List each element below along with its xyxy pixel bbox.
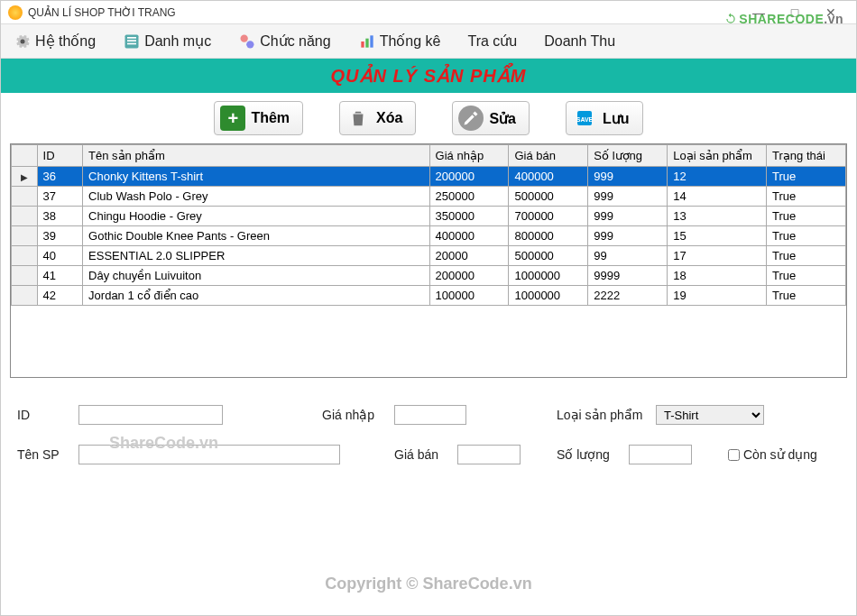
cell-ten[interactable]: Club Wash Polo - Grey (83, 187, 430, 207)
cell-loai[interactable]: 19 (668, 286, 767, 306)
table-row[interactable]: 42Jordan 1 cổ điển cao100000100000022221… (12, 286, 846, 306)
cell-id[interactable]: 36 (37, 167, 83, 187)
products-grid[interactable]: ID Tên sản phẩm Giá nhập Giá bán Số lượn… (10, 143, 847, 378)
brand-watermark: SHARECODE.vn (724, 12, 843, 28)
ten-field[interactable] (78, 445, 340, 464)
cell-gianhap[interactable]: 100000 (429, 286, 509, 306)
col-gianhap[interactable]: Giá nhập (429, 145, 509, 167)
col-ten[interactable]: Tên sản phẩm (83, 145, 430, 167)
menu-danhmuc[interactable]: Danh mục (117, 29, 217, 54)
cell-id[interactable]: 39 (37, 226, 83, 246)
cell-ten[interactable]: Dây chuyền Luivuiton (83, 266, 430, 286)
gianhap-field[interactable] (394, 405, 466, 425)
table-row[interactable]: 36Chonky Kittens T-shirt2000004000009991… (12, 167, 846, 187)
cell-soluong[interactable]: 999 (588, 226, 668, 246)
svg-rect-7 (361, 41, 364, 48)
cell-gianhap[interactable]: 350000 (429, 207, 509, 226)
cell-giaban[interactable]: 400000 (509, 167, 588, 187)
cell-loai[interactable]: 13 (668, 207, 767, 226)
svg-point-5 (241, 34, 248, 41)
cell-ten[interactable]: ESSENTIAL 2.0 SLIPPER (83, 246, 430, 266)
cell-soluong[interactable]: 99 (588, 246, 668, 266)
cell-ten[interactable]: Jordan 1 cổ điển cao (83, 286, 430, 306)
cell-gianhap[interactable]: 250000 (429, 187, 509, 207)
cell-soluong[interactable]: 999 (588, 167, 668, 187)
cell-trangthai[interactable]: True (767, 226, 846, 246)
table-row[interactable]: 39Gothic Double Knee Pants - Green400000… (12, 226, 846, 246)
cell-giaban[interactable]: 800000 (509, 226, 588, 246)
cell-trangthai[interactable]: True (767, 187, 846, 207)
cell-loai[interactable]: 14 (668, 187, 767, 207)
cell-ten[interactable]: Chingu Hoodie - Grey (83, 207, 430, 226)
plus-icon: + (220, 106, 245, 131)
active-checkbox[interactable] (728, 449, 740, 461)
table-row[interactable]: 37Club Wash Polo - Grey25000050000099914… (12, 187, 846, 207)
svg-rect-2 (127, 37, 136, 39)
cell-id[interactable]: 38 (37, 207, 83, 226)
cell-gianhap[interactable]: 200000 (429, 266, 509, 286)
cell-id[interactable]: 41 (37, 266, 83, 286)
col-loai[interactable]: Loại sản phẩm (668, 145, 767, 167)
col-soluong[interactable]: Số lượng (588, 145, 668, 167)
cell-id[interactable]: 37 (37, 187, 83, 207)
giaban-field[interactable] (457, 445, 521, 464)
trash-icon (346, 106, 371, 131)
cell-gianhap[interactable]: 200000 (429, 167, 509, 187)
cell-loai[interactable]: 15 (668, 226, 767, 246)
delete-button[interactable]: Xóa (339, 101, 416, 135)
page-banner: QUẢN LÝ SẢN PHẨM (1, 59, 856, 93)
cell-loai[interactable]: 18 (668, 266, 767, 286)
soluong-field[interactable] (629, 445, 692, 464)
id-field[interactable] (78, 405, 223, 425)
menu-thongke[interactable]: Thống kê (353, 29, 447, 54)
svg-rect-9 (370, 35, 373, 47)
row-indicator (12, 187, 38, 207)
loai-label: Loại sản phẩm (557, 408, 647, 422)
table-row[interactable]: 41Dây chuyền Luivuiton200000100000099991… (12, 266, 846, 286)
edit-form: ID Giá nhập Loại sản phẩm T-Shirt Tên SP… (1, 378, 856, 464)
cell-loai[interactable]: 12 (668, 167, 767, 187)
cell-trangthai[interactable]: True (767, 266, 846, 286)
col-giaban[interactable]: Giá bán (509, 145, 588, 167)
cell-trangthai[interactable]: True (767, 286, 846, 306)
cell-trangthai[interactable]: True (767, 167, 846, 187)
menu-doanhthu[interactable]: Doanh Thu (539, 30, 621, 53)
svg-rect-4 (127, 42, 136, 44)
menu-hethong[interactable]: Hệ thống (8, 29, 101, 54)
cell-trangthai[interactable]: True (767, 207, 846, 226)
cell-id[interactable]: 42 (37, 286, 83, 306)
cell-giaban[interactable]: 700000 (509, 207, 588, 226)
cell-ten[interactable]: Chonky Kittens T-shirt (83, 167, 430, 187)
action-toolbar: + Thêm Xóa Sửa SAVE Lưu (1, 93, 856, 143)
cell-giaban[interactable]: 500000 (509, 246, 588, 266)
cell-soluong[interactable]: 2222 (588, 286, 668, 306)
cell-gianhap[interactable]: 400000 (429, 226, 509, 246)
svg-text:SAVE: SAVE (576, 116, 594, 123)
cell-soluong[interactable]: 999 (588, 187, 668, 207)
cell-soluong[interactable]: 999 (588, 207, 668, 226)
svg-rect-8 (365, 38, 368, 47)
col-trangthai[interactable]: Trạng thái (767, 145, 846, 167)
cell-trangthai[interactable]: True (767, 246, 846, 266)
cell-ten[interactable]: Gothic Double Knee Pants - Green (83, 226, 430, 246)
cell-loai[interactable]: 17 (668, 246, 767, 266)
menu-chucnang[interactable]: Chức năng (233, 29, 336, 54)
add-button[interactable]: + Thêm (214, 101, 303, 135)
cell-giaban[interactable]: 500000 (509, 187, 588, 207)
cell-soluong[interactable]: 9999 (588, 266, 668, 286)
col-id[interactable]: ID (37, 145, 83, 167)
menu-tracuu[interactable]: Tra cứu (462, 29, 522, 53)
cell-gianhap[interactable]: 20000 (429, 246, 509, 266)
loai-select[interactable]: T-Shirt (656, 405, 764, 425)
save-button[interactable]: SAVE Lưu (566, 101, 643, 135)
table-row[interactable]: 38Chingu Hoodie - Grey35000070000099913T… (12, 207, 846, 226)
cell-id[interactable]: 40 (37, 246, 83, 266)
window-title: QUẢN LÍ SHOP THỜI TRANG (28, 6, 741, 19)
row-indicator (12, 246, 38, 266)
cell-giaban[interactable]: 1000000 (509, 266, 588, 286)
row-indicator (12, 266, 38, 286)
cell-giaban[interactable]: 1000000 (509, 286, 588, 306)
table-row[interactable]: 40 ESSENTIAL 2.0 SLIPPER200005000009917T… (12, 246, 846, 266)
edit-button[interactable]: Sửa (452, 101, 530, 135)
row-indicator (12, 207, 38, 226)
